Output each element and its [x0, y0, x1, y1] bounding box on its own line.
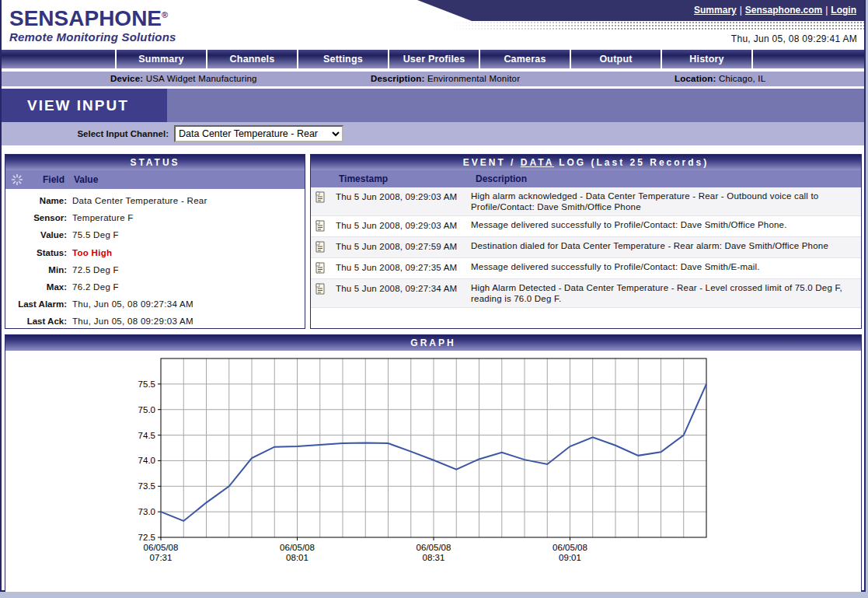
tab-user-profiles[interactable]: User Profiles: [388, 50, 479, 68]
log-row: Thu 5 Jun 2008, 09:29:03 AM High alarm a…: [311, 187, 861, 216]
device-location: Location: Chicago, IL: [675, 74, 765, 83]
current-datetime: Thu, Jun 05, 08 09:29:41 AM: [731, 33, 857, 44]
field-label: Name:: [5, 196, 72, 205]
field-value: 72.5 Deg F: [72, 265, 119, 275]
nav-filler: [751, 50, 864, 68]
event-log-rows: Thu 5 Jun 2008, 09:29:03 AM High alarm a…: [311, 187, 861, 308]
registered-mark: ®: [162, 10, 168, 19]
field-value: Thu, Jun 05, 08 09:29:03 AM: [72, 316, 193, 326]
status-col-field: Field: [43, 174, 64, 185]
location-label: Location:: [675, 74, 716, 83]
svg-text:75.0: 75.0: [138, 405, 155, 414]
brand-tagline: Remote Monitoring Solutions: [9, 30, 176, 44]
svg-text:06/05/08: 06/05/08: [144, 543, 179, 552]
main-nav: Summary Channels Settings User Profiles …: [2, 50, 864, 70]
log-description: Destination dialed for Data Center Tempe…: [471, 240, 858, 254]
log-description: High alarm acknowledged - Data Center Te…: [471, 191, 858, 212]
status-panel-title: STATUS: [5, 155, 305, 170]
summary-link[interactable]: Summary: [694, 5, 737, 16]
status-row-value: Value:75.5 Deg F: [5, 226, 305, 243]
log-timestamp: Thu 5 Jun 2008, 09:27:35 AM: [336, 261, 471, 275]
tab-history[interactable]: History: [661, 50, 751, 68]
page: SENSAPHONE® Remote Monitoring Solutions …: [0, 0, 866, 592]
field-label: Value:: [5, 230, 72, 240]
tab-output[interactable]: Output: [570, 50, 661, 68]
header: SENSAPHONE® Remote Monitoring Solutions …: [2, 0, 864, 50]
graph-panel: GRAPH 72.573.073.574.074.575.075.506/05/…: [5, 334, 862, 592]
field-label: Last Alarm:: [5, 299, 72, 309]
event-log-title-prefix: EVENT /: [463, 157, 521, 168]
status-row-sensor: Sensor:Temperature F: [5, 209, 305, 226]
device-info-bar: Device: USA Widget Manufacturing Descrip…: [2, 72, 864, 86]
page-title: VIEW INPUT: [2, 89, 167, 122]
field-value: 76.2 Deg F: [72, 282, 119, 292]
field-value: Data Center Temperature - Rear: [72, 196, 207, 205]
svg-text:74.0: 74.0: [138, 456, 155, 465]
log-timestamp: Thu 5 Jun 2008, 09:27:59 AM: [336, 240, 471, 254]
device-label: Device:: [110, 74, 143, 83]
brand-logo: SENSAPHONE® Remote Monitoring Solutions: [9, 4, 176, 44]
svg-text:07:31: 07:31: [150, 553, 173, 562]
temperature-line-chart: 72.573.073.574.074.575.075.506/05/0807:3…: [5, 351, 860, 589]
svg-text:06/05/08: 06/05/08: [417, 543, 451, 552]
tab-cameras[interactable]: Cameras: [479, 50, 570, 68]
log-description: Message delivered successfully to Profil…: [471, 261, 858, 275]
field-label: Last Ack:: [5, 316, 72, 326]
device-description: Description: Environmental Monitor: [371, 74, 520, 83]
status-subheader: Field Value: [5, 170, 305, 189]
field-label: Status:: [5, 248, 72, 257]
page-banner: VIEW INPUT: [2, 89, 864, 122]
status-row-last-ack: Last Ack:Thu, Jun 05, 08 09:29:03 AM: [5, 313, 305, 330]
svg-text:73.5: 73.5: [138, 481, 155, 491]
channel-select-row: Select Input Channel: Data Center Temper…: [2, 122, 864, 145]
svg-text:09:01: 09:01: [559, 553, 581, 562]
status-row-max: Max:76.2 Deg F: [5, 278, 305, 296]
log-timestamp: Thu 5 Jun 2008, 09:29:03 AM: [336, 219, 471, 233]
svg-text:73.0: 73.0: [138, 507, 155, 516]
field-value: Temperature F: [72, 213, 134, 222]
svg-text:74.5: 74.5: [138, 431, 155, 440]
log-description: High Alarm Detected - Data Center Temper…: [471, 282, 858, 304]
input-channel-select[interactable]: Data Center Temperature - Rear: [174, 125, 343, 142]
data-log-link[interactable]: DATA: [521, 157, 554, 168]
tab-settings[interactable]: Settings: [297, 50, 388, 68]
document-icon: [315, 261, 336, 275]
graph-panel-title: GRAPH: [5, 335, 861, 351]
status-table: Name:Data Center Temperature - Rear Sens…: [5, 189, 305, 330]
field-label: Sensor:: [5, 213, 72, 222]
sensaphone-site-link[interactable]: Sensaphone.com: [745, 5, 822, 16]
spinner-icon: [11, 173, 23, 186]
link-separator: |: [740, 5, 742, 16]
link-separator: |: [825, 5, 828, 16]
log-row: Thu 5 Jun 2008, 09:27:34 AM High Alarm D…: [311, 279, 861, 308]
status-panel: STATUS Field Value Name:Data Center Temp…: [5, 154, 305, 329]
log-row: Thu 5 Jun 2008, 09:27:35 AM Message deli…: [311, 258, 861, 279]
event-log-subheader: Timestamp Description: [311, 170, 861, 187]
brand-name-text: SENSAPHONE: [9, 6, 162, 30]
status-badge: Too High: [72, 248, 112, 257]
login-link[interactable]: Login: [831, 5, 856, 16]
location-value: Chicago, IL: [719, 74, 765, 83]
device-name: Device: USA Widget Manufacturing: [110, 74, 257, 83]
log-description: Message delivered successfully to Profil…: [471, 219, 858, 233]
tab-summary[interactable]: Summary: [115, 50, 206, 68]
svg-text:72.5: 72.5: [138, 533, 155, 542]
log-timestamp: Thu 5 Jun 2008, 09:29:03 AM: [336, 191, 471, 212]
status-row-last-alarm: Last Alarm:Thu, Jun 05, 08 09:27:34 AM: [5, 296, 305, 313]
event-log-title-suffix: LOG (Last 25 Records): [554, 157, 709, 168]
field-value: Thu, Jun 05, 08 09:27:34 AM: [72, 299, 193, 309]
svg-text:06/05/08: 06/05/08: [553, 543, 587, 552]
description-label: Description:: [371, 74, 425, 83]
field-label: Max:: [5, 282, 72, 292]
sensaphone-app: SENSAPHONE® Remote Monitoring Solutions …: [0, 0, 868, 598]
document-icon: [315, 240, 336, 254]
event-log-title: EVENT / DATA LOG (Last 25 Records): [311, 155, 861, 170]
status-col-value: Value: [74, 174, 98, 185]
log-timestamp: Thu 5 Jun 2008, 09:27:34 AM: [336, 282, 471, 304]
event-log-panel: EVENT / DATA LOG (Last 25 Records) Times…: [310, 154, 862, 329]
halftone-decoration: [437, 21, 864, 31]
channel-select-label: Select Input Channel:: [2, 129, 169, 138]
description-value: Environmental Monitor: [427, 74, 520, 83]
top-links: Summary|Sensaphone.com|Login: [694, 5, 856, 16]
tab-channels[interactable]: Channels: [206, 50, 297, 68]
